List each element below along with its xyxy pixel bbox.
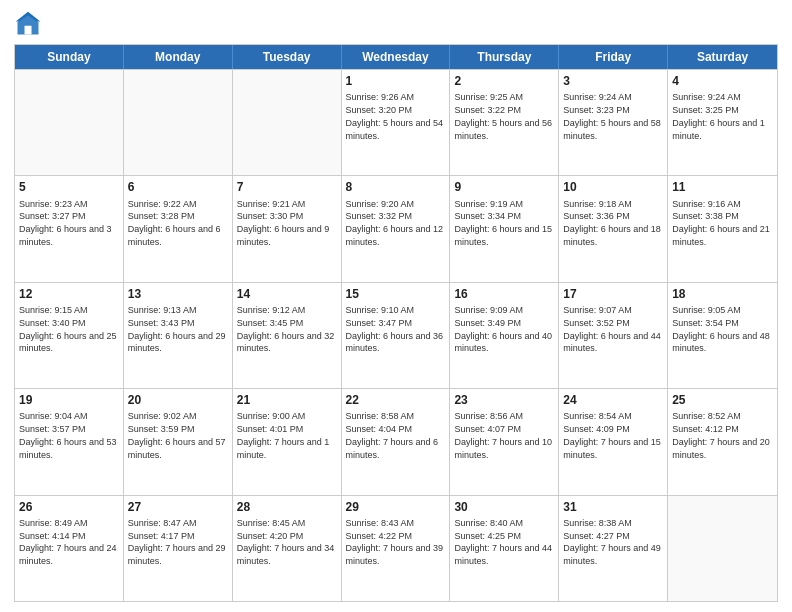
cell-details: Sunrise: 9:09 AM Sunset: 3:49 PM Dayligh… [454,305,552,353]
calendar-week-5: 26Sunrise: 8:49 AM Sunset: 4:14 PM Dayli… [15,495,777,601]
day-cell-15: 15Sunrise: 9:10 AM Sunset: 3:47 PM Dayli… [342,283,451,388]
day-cell-8: 8Sunrise: 9:20 AM Sunset: 3:32 PM Daylig… [342,176,451,281]
day-number: 27 [128,499,228,515]
day-number: 24 [563,392,663,408]
day-number: 30 [454,499,554,515]
day-cell-23: 23Sunrise: 8:56 AM Sunset: 4:07 PM Dayli… [450,389,559,494]
day-number: 29 [346,499,446,515]
day-number: 22 [346,392,446,408]
cell-details: Sunrise: 9:24 AM Sunset: 3:23 PM Dayligh… [563,92,661,140]
cell-details: Sunrise: 9:10 AM Sunset: 3:47 PM Dayligh… [346,305,444,353]
day-cell-21: 21Sunrise: 9:00 AM Sunset: 4:01 PM Dayli… [233,389,342,494]
calendar-week-4: 19Sunrise: 9:04 AM Sunset: 3:57 PM Dayli… [15,388,777,494]
day-cell-13: 13Sunrise: 9:13 AM Sunset: 3:43 PM Dayli… [124,283,233,388]
header [14,10,778,38]
day-cell-22: 22Sunrise: 8:58 AM Sunset: 4:04 PM Dayli… [342,389,451,494]
cell-details: Sunrise: 9:13 AM Sunset: 3:43 PM Dayligh… [128,305,226,353]
day-number: 13 [128,286,228,302]
day-number: 31 [563,499,663,515]
day-cell-7: 7Sunrise: 9:21 AM Sunset: 3:30 PM Daylig… [233,176,342,281]
day-number: 5 [19,179,119,195]
day-number: 6 [128,179,228,195]
day-cell-27: 27Sunrise: 8:47 AM Sunset: 4:17 PM Dayli… [124,496,233,601]
day-number: 3 [563,73,663,89]
empty-cell [668,496,777,601]
cell-details: Sunrise: 9:19 AM Sunset: 3:34 PM Dayligh… [454,199,552,247]
day-cell-14: 14Sunrise: 9:12 AM Sunset: 3:45 PM Dayli… [233,283,342,388]
day-cell-6: 6Sunrise: 9:22 AM Sunset: 3:28 PM Daylig… [124,176,233,281]
cell-details: Sunrise: 8:58 AM Sunset: 4:04 PM Dayligh… [346,411,439,459]
weekday-header-monday: Monday [124,45,233,69]
calendar-header: SundayMondayTuesdayWednesdayThursdayFrid… [15,45,777,69]
calendar-week-2: 5Sunrise: 9:23 AM Sunset: 3:27 PM Daylig… [15,175,777,281]
day-cell-11: 11Sunrise: 9:16 AM Sunset: 3:38 PM Dayli… [668,176,777,281]
cell-details: Sunrise: 8:45 AM Sunset: 4:20 PM Dayligh… [237,518,335,566]
cell-details: Sunrise: 8:56 AM Sunset: 4:07 PM Dayligh… [454,411,552,459]
cell-details: Sunrise: 9:26 AM Sunset: 3:20 PM Dayligh… [346,92,444,140]
day-number: 16 [454,286,554,302]
weekday-header-wednesday: Wednesday [342,45,451,69]
empty-cell [124,70,233,175]
cell-details: Sunrise: 9:04 AM Sunset: 3:57 PM Dayligh… [19,411,117,459]
day-cell-19: 19Sunrise: 9:04 AM Sunset: 3:57 PM Dayli… [15,389,124,494]
day-number: 17 [563,286,663,302]
cell-details: Sunrise: 9:16 AM Sunset: 3:38 PM Dayligh… [672,199,770,247]
cell-details: Sunrise: 9:23 AM Sunset: 3:27 PM Dayligh… [19,199,112,247]
weekday-header-sunday: Sunday [15,45,124,69]
day-number: 21 [237,392,337,408]
cell-details: Sunrise: 9:15 AM Sunset: 3:40 PM Dayligh… [19,305,117,353]
day-cell-25: 25Sunrise: 8:52 AM Sunset: 4:12 PM Dayli… [668,389,777,494]
empty-cell [233,70,342,175]
day-cell-18: 18Sunrise: 9:05 AM Sunset: 3:54 PM Dayli… [668,283,777,388]
day-number: 19 [19,392,119,408]
day-number: 14 [237,286,337,302]
day-cell-28: 28Sunrise: 8:45 AM Sunset: 4:20 PM Dayli… [233,496,342,601]
cell-details: Sunrise: 8:47 AM Sunset: 4:17 PM Dayligh… [128,518,226,566]
day-number: 1 [346,73,446,89]
day-number: 20 [128,392,228,408]
day-cell-26: 26Sunrise: 8:49 AM Sunset: 4:14 PM Dayli… [15,496,124,601]
empty-cell [15,70,124,175]
weekday-header-friday: Friday [559,45,668,69]
calendar-week-1: 1Sunrise: 9:26 AM Sunset: 3:20 PM Daylig… [15,69,777,175]
cell-details: Sunrise: 9:20 AM Sunset: 3:32 PM Dayligh… [346,199,444,247]
cell-details: Sunrise: 9:24 AM Sunset: 3:25 PM Dayligh… [672,92,765,140]
day-number: 10 [563,179,663,195]
cell-details: Sunrise: 8:54 AM Sunset: 4:09 PM Dayligh… [563,411,661,459]
calendar-body: 1Sunrise: 9:26 AM Sunset: 3:20 PM Daylig… [15,69,777,601]
day-cell-31: 31Sunrise: 8:38 AM Sunset: 4:27 PM Dayli… [559,496,668,601]
cell-details: Sunrise: 9:12 AM Sunset: 3:45 PM Dayligh… [237,305,335,353]
main-container: SundayMondayTuesdayWednesdayThursdayFrid… [0,0,792,612]
cell-details: Sunrise: 9:00 AM Sunset: 4:01 PM Dayligh… [237,411,330,459]
weekday-header-tuesday: Tuesday [233,45,342,69]
day-number: 4 [672,73,773,89]
logo-icon [14,10,42,38]
day-number: 18 [672,286,773,302]
day-number: 2 [454,73,554,89]
day-cell-16: 16Sunrise: 9:09 AM Sunset: 3:49 PM Dayli… [450,283,559,388]
day-cell-17: 17Sunrise: 9:07 AM Sunset: 3:52 PM Dayli… [559,283,668,388]
day-cell-3: 3Sunrise: 9:24 AM Sunset: 3:23 PM Daylig… [559,70,668,175]
day-cell-12: 12Sunrise: 9:15 AM Sunset: 3:40 PM Dayli… [15,283,124,388]
cell-details: Sunrise: 8:40 AM Sunset: 4:25 PM Dayligh… [454,518,552,566]
svg-rect-2 [25,26,32,35]
day-cell-2: 2Sunrise: 9:25 AM Sunset: 3:22 PM Daylig… [450,70,559,175]
day-cell-5: 5Sunrise: 9:23 AM Sunset: 3:27 PM Daylig… [15,176,124,281]
day-number: 8 [346,179,446,195]
cell-details: Sunrise: 8:49 AM Sunset: 4:14 PM Dayligh… [19,518,117,566]
cell-details: Sunrise: 9:21 AM Sunset: 3:30 PM Dayligh… [237,199,330,247]
cell-details: Sunrise: 8:38 AM Sunset: 4:27 PM Dayligh… [563,518,661,566]
cell-details: Sunrise: 9:18 AM Sunset: 3:36 PM Dayligh… [563,199,661,247]
day-number: 9 [454,179,554,195]
day-number: 25 [672,392,773,408]
day-number: 12 [19,286,119,302]
cell-details: Sunrise: 9:02 AM Sunset: 3:59 PM Dayligh… [128,411,226,459]
cell-details: Sunrise: 9:25 AM Sunset: 3:22 PM Dayligh… [454,92,552,140]
day-number: 11 [672,179,773,195]
day-cell-1: 1Sunrise: 9:26 AM Sunset: 3:20 PM Daylig… [342,70,451,175]
day-cell-4: 4Sunrise: 9:24 AM Sunset: 3:25 PM Daylig… [668,70,777,175]
day-number: 15 [346,286,446,302]
day-number: 28 [237,499,337,515]
weekday-header-thursday: Thursday [450,45,559,69]
day-cell-30: 30Sunrise: 8:40 AM Sunset: 4:25 PM Dayli… [450,496,559,601]
